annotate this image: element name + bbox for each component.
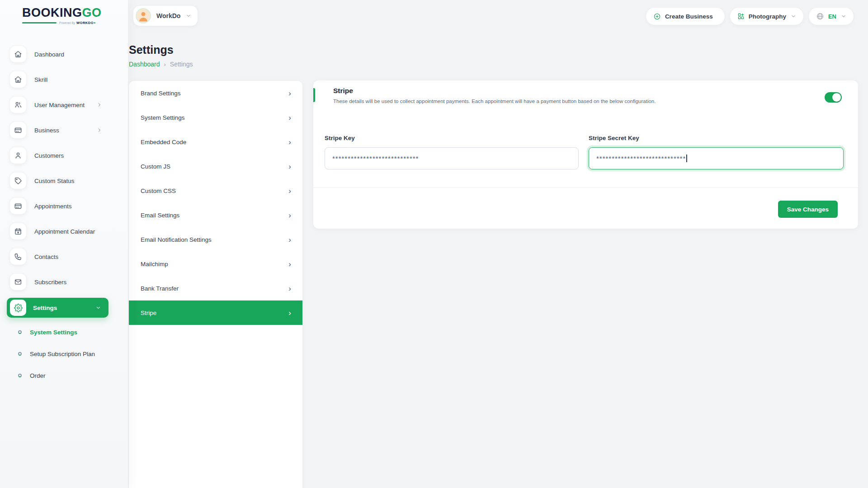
gear-icon [10, 300, 26, 316]
bullet-circle-icon [18, 352, 22, 356]
workspace-selector[interactable]: WorkDo [133, 6, 198, 26]
phone-icon [10, 249, 26, 265]
plus-circle-icon [653, 13, 661, 20]
sidebar-item-label: Custom Status [34, 178, 75, 184]
sidebar-item-label: Contacts [34, 253, 58, 260]
sidebar-item-dashboard[interactable]: Dashboard [0, 42, 128, 67]
menu-item-label: Email Settings [141, 212, 179, 219]
user-icon [10, 147, 26, 164]
sidebar-item-label: Appointment Calendar [34, 228, 95, 235]
stripe-settings-card: Stripe These details will be used to col… [313, 80, 858, 229]
stripe-key-input[interactable]: **************************** [325, 147, 579, 169]
settings-menu-item-brand-settings[interactable]: Brand Settings › [129, 81, 302, 105]
chevron-right-icon: › [288, 89, 291, 97]
chevron-down-icon [95, 305, 101, 311]
tag-icon [10, 173, 26, 189]
stripe-key-field-group: Stripe Key **************************** [325, 135, 579, 169]
sidebar-item-label: User Management [34, 102, 85, 108]
sidebar-item-subscribers[interactable]: Subscribers [0, 269, 128, 295]
logo-underline [22, 22, 57, 23]
top-header: BOOKINGGO Powered By WORKDO WorkDo Creat… [0, 0, 868, 33]
settings-menu-item-system-settings[interactable]: System Settings › [129, 105, 302, 130]
sidebar-subitem-label: System Settings [30, 329, 77, 336]
chevron-right-icon: › [288, 211, 291, 219]
chevron-right-icon: › [288, 114, 291, 122]
menu-item-label: Stripe [141, 310, 156, 316]
chevron-right-icon [97, 127, 102, 133]
logo-tagline: Powered By WORKDO [22, 21, 95, 25]
chevron-right-icon: › [288, 138, 291, 146]
settings-menu-item-custom-js[interactable]: Custom JS › [129, 154, 302, 178]
chevron-right-icon: › [288, 187, 291, 195]
settings-menu-item-bank-transfer[interactable]: Bank Transfer › [129, 276, 302, 300]
stripe-secret-key-field-group: Stripe Secret Key **********************… [589, 135, 844, 169]
powered-by-label: Powered By [59, 21, 75, 24]
brand-dot [94, 22, 95, 23]
sidebar-item-label: Customers [34, 152, 64, 159]
home-icon [10, 71, 26, 88]
sidebar-item-label: Business [34, 127, 59, 134]
settings-menu-item-stripe[interactable]: Stripe › [129, 300, 302, 325]
chevron-right-icon [97, 102, 102, 108]
credit-card-icon [10, 198, 26, 214]
sidebar-item-label: Skrill [34, 76, 47, 83]
powered-by-brand: WORKDO [76, 21, 94, 25]
sidebar-subitem-setup-subscription-plan[interactable]: Setup Subscription Plan [0, 343, 128, 365]
sidebar-item-customers[interactable]: Customers [0, 143, 128, 168]
chevron-right-icon: › [288, 236, 291, 244]
globe-icon [816, 12, 824, 20]
app-logo[interactable]: BOOKINGGO Powered By WORKDO [22, 6, 95, 25]
settings-menu-item-email-settings[interactable]: Email Settings › [129, 203, 302, 227]
card-footer-divider [313, 188, 858, 188]
chevron-right-icon: › [288, 163, 291, 170]
calendar-icon [10, 223, 26, 239]
menu-item-label: Brand Settings [141, 90, 181, 97]
chevron-right-icon: › [288, 285, 291, 292]
settings-menu-item-embedded-code[interactable]: Embedded Code › [129, 130, 302, 154]
sidebar-item-contacts[interactable]: Contacts [0, 244, 128, 269]
stripe-enabled-toggle[interactable] [825, 92, 842, 103]
bullet-circle-icon [18, 330, 22, 334]
stripe-secret-key-input[interactable]: ***************************** [589, 147, 844, 169]
sidebar-item-skrill[interactable]: Skrill [0, 67, 128, 92]
sidebar-item-business[interactable]: Business [0, 117, 128, 143]
sidebar-subitem-system-settings[interactable]: System Settings [0, 321, 128, 343]
breadcrumb: Dashboard › Settings [129, 61, 193, 68]
chevron-down-icon [791, 14, 796, 19]
sidebar-item-settings[interactable]: Settings [7, 298, 108, 318]
create-business-button[interactable]: Create Business [646, 8, 725, 25]
sidebar-subitem-label: Order [30, 372, 46, 379]
language-code: EN [828, 13, 836, 20]
menu-item-label: Mailchimp [141, 261, 168, 267]
chevron-right-icon: › [288, 260, 291, 268]
page-title: Settings [129, 43, 174, 56]
chevron-down-icon [186, 13, 191, 19]
language-selector[interactable]: EN [809, 8, 854, 25]
breadcrumb-dashboard-link[interactable]: Dashboard [129, 61, 160, 68]
settings-menu-item-mailchimp[interactable]: Mailchimp › [129, 252, 302, 276]
sidebar-item-appointments[interactable]: Appointments [0, 193, 128, 219]
sidebar: Dashboard Skrill User Management Busines… [0, 0, 128, 488]
users-icon [10, 97, 26, 113]
bullet-circle-icon [18, 374, 22, 377]
stripe-card-title: Stripe [333, 87, 353, 95]
sidebar-item-appointment-calendar[interactable]: Appointment Calendar [0, 219, 128, 244]
menu-item-label: Embedded Code [141, 139, 186, 145]
business-selector[interactable]: Photography [730, 8, 803, 25]
category-plus-icon [737, 13, 745, 20]
text-cursor [686, 155, 687, 162]
stripe-secret-key-value: ***************************** [596, 155, 686, 162]
sidebar-item-label: Appointments [34, 203, 72, 210]
save-changes-button[interactable]: Save Changes [778, 201, 838, 218]
settings-menu-item-custom-css[interactable]: Custom CSS › [129, 178, 302, 203]
menu-item-label: Email Notification Settings [141, 236, 212, 243]
chevron-right-icon: › [288, 309, 291, 317]
sidebar-subitem-order[interactable]: Order [0, 365, 128, 386]
settings-menu-item-email-notification-settings[interactable]: Email Notification Settings › [129, 227, 302, 252]
sidebar-item-user-management[interactable]: User Management [0, 92, 128, 117]
avatar [136, 8, 151, 23]
credit-card-icon [10, 122, 26, 138]
sidebar-item-custom-status[interactable]: Custom Status [0, 168, 128, 193]
workspace-name: WorkDo [156, 12, 180, 19]
menu-item-label: Bank Transfer [141, 285, 179, 292]
